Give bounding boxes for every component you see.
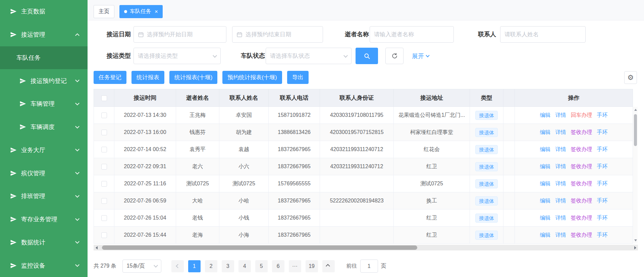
reservation-stats-report-shiyan-button[interactable]: 预约统计报表(十堰) [222,71,282,84]
band-link[interactable]: 手环 [597,112,608,118]
sidebar-item-monitoring-devices[interactable]: 监控设备 [0,254,88,277]
horizontal-scroll-thumb[interactable] [102,245,417,250]
edit-link[interactable]: 编辑 [540,112,551,118]
edit-link[interactable]: 编辑 [540,146,551,152]
row-checkbox[interactable] [101,147,107,152]
row-checkbox[interactable] [101,164,107,170]
detail-link[interactable]: 详情 [555,129,566,135]
page-button-1[interactable]: 1 [188,260,201,272]
page-size-value: 15条/页 [127,263,145,270]
search-button[interactable] [356,48,378,64]
detail-link[interactable]: 详情 [555,112,566,118]
process-link[interactable]: 签收办理 [571,232,592,238]
sidebar-item-vehicle-dispatch[interactable]: 车辆调度 [0,116,88,139]
sidebar-item-business-hall[interactable]: 业务大厅 [0,139,88,162]
stats-report-shiyan-button[interactable]: 统计报表(十堰) [169,71,217,84]
process-link[interactable]: 签收办理 [571,198,592,203]
band-link[interactable]: 手环 [597,232,608,238]
page-button-5[interactable]: 5 [255,260,268,272]
date-end-field[interactable] [246,31,319,38]
sidebar-item-vehicle-management[interactable]: 车辆管理 [0,92,88,116]
sidebar-item-storage-management[interactable]: 寄存业务管理 [0,208,88,231]
edit-link[interactable]: 编辑 [540,129,551,135]
stats-report-button[interactable]: 统计报表 [131,71,164,84]
vertical-scrollbar[interactable] [633,107,638,243]
band-link[interactable]: 手环 [597,181,608,186]
deceased-name-input[interactable] [370,26,454,43]
band-link[interactable]: 手环 [597,215,608,221]
edit-link[interactable]: 编辑 [540,198,551,203]
task-register-button[interactable]: 任务登记 [94,71,126,84]
row-checkbox[interactable] [101,215,107,221]
gear-icon: ⚙ [628,74,634,82]
detail-link[interactable]: 详情 [555,215,566,221]
export-button[interactable]: 导出 [287,71,309,84]
prev-page-button[interactable] [171,260,184,272]
detail-link[interactable]: 详情 [555,146,566,152]
close-icon[interactable]: × [155,9,158,14]
sidebar-item-reservation-registration[interactable]: 接运预约登记 [0,69,88,92]
band-link[interactable]: 手环 [597,198,608,203]
edit-link[interactable]: 编辑 [540,215,551,221]
row-checkbox[interactable] [101,112,107,118]
band-link[interactable]: 手环 [597,164,608,169]
sidebar-item-home-data[interactable]: 主页数据 [0,0,88,23]
detail-link[interactable]: 详情 [555,198,566,203]
scroll-left-icon[interactable] [94,245,99,250]
page-button-6[interactable]: 6 [272,260,284,272]
scroll-down-icon[interactable] [634,239,637,241]
row-checkbox[interactable] [101,181,107,187]
transport-type-field[interactable] [138,53,210,59]
process-link[interactable]: 签收办理 [571,129,592,135]
row-checkbox[interactable] [101,232,107,238]
date-start-field[interactable] [147,31,222,38]
more-pages-button[interactable]: ··· [289,260,301,272]
sidebar-item-fleet-tasks[interactable]: 车队任务 [0,46,88,70]
process-link[interactable]: 回车办理 [571,112,592,118]
sidebar-item-scheduling-management[interactable]: 排班管理 [0,185,88,208]
select-all-checkbox[interactable] [101,95,107,101]
sidebar-item-funeral-management[interactable]: 殡仪管理 [0,161,88,185]
process-link[interactable]: 签收办理 [571,215,592,221]
fleet-status-select[interactable] [266,48,352,64]
row-checkbox[interactable] [101,198,107,204]
tab-fleet-tasks[interactable]: 车队任务 × [119,5,163,18]
deceased-name-field[interactable] [374,31,449,38]
contact-input[interactable] [500,26,586,43]
detail-link[interactable]: 详情 [555,164,566,169]
vertical-scroll-thumb[interactable] [634,114,637,146]
goto-page-input[interactable] [360,260,378,273]
scroll-up-icon[interactable] [634,109,637,111]
page-button-2[interactable]: 2 [205,260,217,272]
contact-field[interactable] [504,31,581,38]
page-button-19[interactable]: 19 [306,260,318,272]
refresh-button[interactable] [385,48,404,64]
header-contact: 联系人姓名 [219,89,269,107]
sidebar-item-transport-management[interactable]: 接运管理 [0,23,88,46]
next-page-button[interactable] [322,260,335,272]
date-start-input[interactable] [133,26,226,43]
table-settings-button[interactable]: ⚙ [624,71,637,84]
horizontal-scrollbar[interactable] [94,245,638,250]
page-button-4[interactable]: 4 [238,260,251,272]
transport-type-select[interactable] [133,48,221,64]
date-end-input[interactable] [232,26,323,43]
process-link[interactable]: 签收办理 [571,164,592,169]
band-link[interactable]: 手环 [597,146,608,152]
fleet-status-field[interactable] [270,53,341,59]
detail-link[interactable]: 详情 [555,232,566,238]
scroll-right-icon[interactable] [632,245,638,250]
tab-home[interactable]: 主页 [94,5,114,18]
edit-link[interactable]: 编辑 [540,181,551,186]
edit-link[interactable]: 编辑 [540,232,551,238]
edit-link[interactable]: 编辑 [540,164,551,169]
row-checkbox[interactable] [101,130,107,135]
page-size-select[interactable]: 15条/页 [122,260,161,273]
band-link[interactable]: 手环 [597,129,608,135]
detail-link[interactable]: 详情 [555,181,566,186]
page-button-3[interactable]: 3 [222,260,234,272]
expand-toggle[interactable]: 展开 [412,48,429,64]
process-link[interactable]: 签收办理 [571,146,592,152]
sidebar-item-data-statistics[interactable]: 数据统计 [0,231,88,254]
process-link[interactable]: 签收办理 [571,181,592,186]
